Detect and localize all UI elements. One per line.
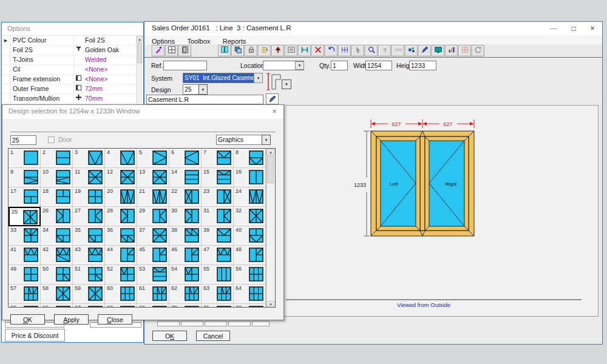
titlebar[interactable]: Sales Order J0161 : Line 3 : Casement L.… xyxy=(144,22,602,35)
option-value[interactable]: Foil 2S xyxy=(83,36,143,45)
cancel-button[interactable]: Cancel xyxy=(196,331,230,341)
design-cell-62[interactable]: 62 xyxy=(169,285,202,304)
chart-button[interactable] xyxy=(445,45,458,56)
option-value[interactable]: Golden Oak xyxy=(83,46,143,55)
design-cell-41[interactable]: 41 xyxy=(8,246,41,265)
design-cell-71[interactable]: 71 xyxy=(202,304,234,307)
design-cell-36[interactable]: 36 xyxy=(105,226,137,246)
design-cell-60[interactable]: 60 xyxy=(105,285,137,304)
design-cell-12[interactable]: 12 xyxy=(105,168,137,187)
design-cell-52[interactable]: 52 xyxy=(105,265,137,285)
design-cell-49[interactable]: 49 xyxy=(8,265,41,285)
design-cell-30[interactable]: 30 xyxy=(169,207,202,226)
scroll-up-icon[interactable]: ▲ xyxy=(266,149,275,155)
system-combo[interactable]: SY01 Int.Glazed Casement xyxy=(183,73,254,83)
design-cell-3[interactable]: 3 xyxy=(73,149,105,168)
design-dropdown-icon[interactable]: ▼ xyxy=(198,84,208,95)
design-grid-scrollbar[interactable]: ▲ ▼ xyxy=(266,149,275,307)
design-cell-72[interactable]: 72 xyxy=(234,304,266,307)
design-cell-27[interactable]: 27 xyxy=(73,207,105,226)
tab-price-discount[interactable]: Price & Discount xyxy=(5,329,65,342)
design-cell-56[interactable]: 56 xyxy=(234,265,266,285)
design-cell-55[interactable]: 55 xyxy=(202,265,234,285)
door-button[interactable] xyxy=(178,45,191,56)
design-cell-40[interactable]: 40 xyxy=(234,226,266,246)
design-cell-32[interactable]: 32 xyxy=(234,207,266,226)
design-cell-31[interactable]: 31 xyxy=(202,207,234,226)
option-value[interactable]: <None> xyxy=(83,75,143,84)
edit-description-button[interactable] xyxy=(266,93,279,104)
zoom-button[interactable] xyxy=(365,45,378,56)
refresh-button[interactable] xyxy=(472,45,484,56)
design-cell-1[interactable]: 1 xyxy=(8,149,41,168)
design-cell-20[interactable]: 20 xyxy=(105,187,137,207)
design-cell-51[interactable]: 51 xyxy=(73,265,105,285)
design-cell-29[interactable]: 29 xyxy=(137,207,169,226)
option-row[interactable]: ▶PVC ColourFoil 2S xyxy=(2,36,143,46)
minimize-button[interactable]: — xyxy=(545,22,562,35)
design-cell-19[interactable]: 19 xyxy=(73,187,105,207)
design-cell-65[interactable]: 65 xyxy=(8,304,41,307)
option-value[interactable]: <None> xyxy=(83,65,143,74)
grid-red-button[interactable] xyxy=(458,45,471,56)
design-cell-2[interactable]: 2 xyxy=(41,149,73,168)
design-cell-47[interactable]: 47 xyxy=(202,246,234,265)
design-cell-38[interactable]: 38 xyxy=(169,226,202,246)
design-cell-11[interactable]: 11 xyxy=(73,168,105,187)
ok-button[interactable]: OK xyxy=(152,331,187,341)
option-value[interactable]: 72mm xyxy=(83,84,143,93)
system-dropdown-icon[interactable]: ▼ xyxy=(254,73,263,83)
design-cell-48[interactable]: 48 xyxy=(234,246,266,265)
design-cell-4[interactable]: 4 xyxy=(105,149,137,168)
qty-input[interactable] xyxy=(331,61,348,70)
view-mode-combo[interactable]: Graphics xyxy=(216,135,262,145)
option-row[interactable]: Cil<None> xyxy=(2,65,143,75)
design-cell-63[interactable]: 63 xyxy=(202,285,234,304)
design-cell-69[interactable]: 69 xyxy=(137,304,169,307)
dimension-button[interactable] xyxy=(338,45,351,56)
design-cell-61[interactable]: 61 xyxy=(137,285,169,304)
design-cell-33[interactable]: 33 xyxy=(8,226,41,246)
door-checkbox[interactable] xyxy=(48,136,55,143)
design-cell-18[interactable]: 18 xyxy=(41,187,73,207)
design-cell-28[interactable]: 28 xyxy=(105,207,137,226)
design-code-input[interactable] xyxy=(10,135,36,145)
design-cell-42[interactable]: 42 xyxy=(41,246,73,265)
design-combo[interactable]: 25 xyxy=(183,84,199,95)
design-cell-14[interactable]: 14 xyxy=(169,168,202,187)
option-value[interactable]: Welded xyxy=(83,55,143,64)
window-button[interactable] xyxy=(218,45,231,56)
design-cell-8[interactable]: 8 xyxy=(234,149,266,168)
dialog-ok-button[interactable]: OK xyxy=(10,314,45,325)
panel-button[interactable] xyxy=(285,45,297,56)
design-cell-53[interactable]: 53 xyxy=(137,265,169,285)
design-cell-68[interactable]: 68 xyxy=(105,304,137,307)
design-cell-15[interactable]: 15 xyxy=(202,168,234,187)
scroll-down-icon[interactable]: ▼ xyxy=(266,301,275,307)
design-cell-16[interactable]: 16 xyxy=(234,168,266,187)
design-cell-7[interactable]: 7 xyxy=(202,149,234,168)
design-cell-67[interactable]: 67 xyxy=(73,304,105,307)
cursor-button[interactable] xyxy=(351,45,364,56)
design-cell-13[interactable]: 13 xyxy=(137,168,169,187)
pen-button[interactable] xyxy=(418,45,431,56)
dialog-close-icon[interactable]: × xyxy=(269,106,280,117)
profile-edit-button[interactable] xyxy=(152,45,164,56)
design-cell-22[interactable]: 22 xyxy=(169,187,202,207)
scrollbar-thumb[interactable] xyxy=(267,155,274,183)
design-cell-70[interactable]: 70 xyxy=(169,304,202,307)
grid-button[interactable] xyxy=(165,45,178,56)
dialog-close-button[interactable]: Close xyxy=(98,314,132,325)
design-cell-17[interactable]: 17 xyxy=(8,187,41,207)
design-cell-43[interactable]: 43 xyxy=(73,246,105,265)
scroll-up-icon[interactable]: ▲ xyxy=(137,36,143,42)
delete-button[interactable] xyxy=(311,45,324,56)
design-cell-9[interactable]: 9 xyxy=(8,168,41,187)
design-cell-23[interactable]: 23 xyxy=(202,187,234,207)
option-row[interactable]: Foil 2SGolden Oak xyxy=(2,46,143,55)
design-cell-50[interactable]: 50 xyxy=(41,265,73,285)
dialog-titlebar[interactable]: Design selection for 1254w x 1233h Windo… xyxy=(2,105,283,119)
ref-input[interactable] xyxy=(163,61,207,70)
design-cell-44[interactable]: 44 xyxy=(105,246,137,265)
spacing-button[interactable] xyxy=(298,45,311,56)
